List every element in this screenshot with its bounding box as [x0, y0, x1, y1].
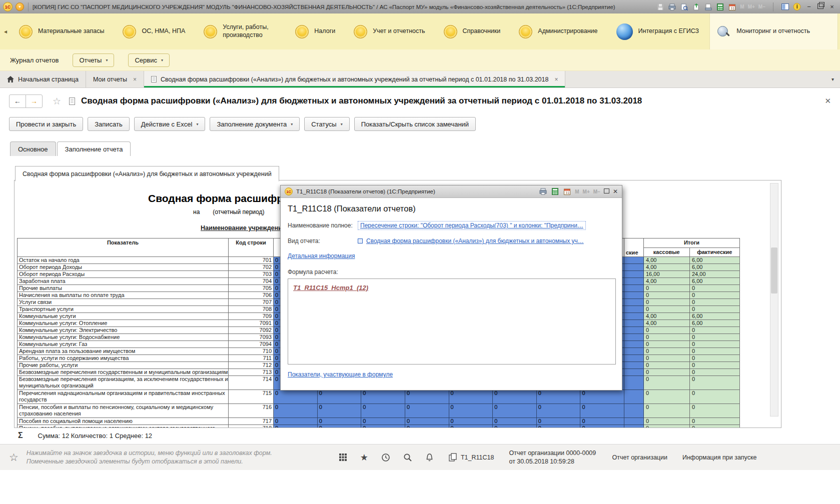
service-menu-button[interactable]: Сервис ▾	[128, 54, 170, 67]
tab-1[interactable]: Начальная страница	[0, 71, 86, 88]
full-name-link[interactable]: Пересечение строки: "Оборот периода Расх…	[358, 221, 586, 230]
cell-cash-total[interactable]: 0	[644, 341, 690, 348]
memory-plus-button[interactable]: M+	[583, 189, 590, 194]
startup-info-link[interactable]: Информация при запуске	[682, 454, 757, 461]
memory-minus-button[interactable]: M−	[758, 4, 765, 10]
cell-value[interactable]: 0	[274, 418, 318, 425]
calendar-icon[interactable]: 31	[728, 3, 736, 11]
cell-value[interactable]	[624, 425, 644, 428]
formula-participants-link[interactable]: Показатели, участвующие в формуле	[288, 371, 393, 378]
page-close-icon[interactable]: ✕	[824, 96, 831, 106]
dialog-close-button[interactable]: ✕	[613, 188, 618, 195]
cell-value[interactable]: 0	[580, 418, 624, 425]
formula-operand-link[interactable]: T1_R11C15_Нстр1_(12)	[293, 284, 368, 292]
cell-indicator[interactable]: Начисления на выплаты по оплате труда	[18, 292, 229, 299]
cell-value[interactable]	[624, 327, 644, 334]
cell-value[interactable]	[624, 306, 644, 313]
cell-value[interactable]: 0	[274, 390, 318, 404]
cell-indicator[interactable]: Услуги связи	[18, 299, 229, 306]
memory-minus-button[interactable]: M−	[593, 189, 600, 194]
cell-value[interactable]: 0	[580, 404, 624, 418]
cell-row-code[interactable]: 708	[229, 306, 274, 313]
ribbon-section-1[interactable]: Материальные запасы	[11, 14, 112, 50]
cell-value[interactable]	[624, 334, 644, 341]
tab-close-icon[interactable]: ×	[133, 76, 137, 83]
cell-value[interactable]: 0	[449, 404, 493, 418]
cell-cash-total[interactable]: 0	[644, 355, 690, 362]
cell-cash-total[interactable]: 0	[644, 334, 690, 341]
cell-value[interactable]: 0	[274, 404, 318, 418]
print-icon[interactable]	[668, 3, 676, 11]
cell-row-code[interactable]: 715	[229, 390, 274, 404]
cell-cash-total[interactable]: 0	[644, 327, 690, 334]
ribbon-scroll-left-icon[interactable]: ◂	[0, 14, 11, 50]
tab-2[interactable]: Мои отчеты×	[86, 71, 144, 88]
cell-indicator[interactable]: Транспортные услуги	[18, 306, 229, 313]
ribbon-section-4[interactable]: Налоги	[287, 14, 343, 50]
cell-cash-total[interactable]: 0	[644, 390, 690, 404]
cell-actual-total[interactable]: 0	[690, 348, 740, 355]
view-tab-1[interactable]: Основное	[10, 142, 56, 156]
cell-row-code[interactable]: 712	[229, 362, 274, 369]
cell-row-code[interactable]: 7094	[229, 341, 274, 348]
cell-cash-total[interactable]: 0	[644, 376, 690, 390]
toolbar-button-2[interactable]: Записать	[88, 117, 130, 131]
tab-close-icon[interactable]: ×	[554, 76, 558, 83]
cell-actual-total[interactable]: 6,00	[690, 320, 740, 327]
toolbar-button-5[interactable]: Статусы▾	[304, 117, 349, 131]
cell-row-code[interactable]: 703	[229, 271, 274, 278]
cell-cash-total[interactable]: 0	[644, 404, 690, 418]
cell-row-code[interactable]: 7093	[229, 334, 274, 341]
cell-value[interactable]: 0	[318, 404, 362, 418]
cell-value[interactable]: 0	[318, 418, 362, 425]
cell-value[interactable]: 0	[405, 418, 449, 425]
cell-value[interactable]	[624, 376, 644, 390]
cell-cash-total[interactable]: 0	[644, 292, 690, 299]
cell-row-code[interactable]: 716	[229, 404, 274, 418]
cell-row-code[interactable]: 7091	[229, 320, 274, 327]
cell-indicator[interactable]: Коммунальные услуги: Отопление	[18, 320, 229, 327]
cell-actual-total[interactable]: 0	[690, 341, 740, 348]
cell-indicator[interactable]: Арендная плата за пользование имуществом	[18, 348, 229, 355]
history-icon[interactable]	[381, 453, 390, 462]
toolbar-button-6[interactable]: Показать/Скрыть список замечаний	[354, 117, 476, 131]
cell-row-code[interactable]: 701	[229, 257, 274, 264]
cell-value[interactable]: 0	[361, 425, 405, 428]
cell-value[interactable]: 0	[449, 390, 493, 404]
cell-actual-total[interactable]: 0	[690, 355, 740, 362]
cell-value[interactable]: 0	[537, 418, 581, 425]
cell-cash-total[interactable]: 0	[644, 418, 690, 425]
cell-row-code[interactable]: 706	[229, 292, 274, 299]
column-header-indicator[interactable]: Показатель	[18, 238, 229, 257]
cell-cash-total[interactable]: 4,00	[644, 264, 690, 271]
memory-recall-button[interactable]: M	[740, 4, 744, 10]
report-vertical-scrollbar[interactable]	[770, 183, 778, 416]
cell-value[interactable]	[624, 418, 644, 425]
cell-indicator[interactable]: Остаток на начало года	[18, 257, 229, 264]
cell-indicator[interactable]: Работы, услуги по содержанию имущества	[18, 355, 229, 362]
cell-actual-total[interactable]: 0	[690, 376, 740, 390]
cell-indicator[interactable]: Коммунальные услуги	[18, 313, 229, 320]
cell-actual-total[interactable]: 0	[690, 369, 740, 376]
cell-actual-total[interactable]: 0	[690, 327, 740, 334]
cell-actual-total[interactable]: 0	[690, 285, 740, 292]
cell-value[interactable]	[624, 355, 644, 362]
cell-value[interactable]: 0	[580, 390, 624, 404]
cell-indicator[interactable]: Оборот периода Расходы	[18, 271, 229, 278]
restore-button[interactable]	[816, 3, 824, 10]
cell-value[interactable]: 0	[537, 425, 581, 428]
forward-button[interactable]: →	[26, 94, 43, 108]
ribbon-section-5[interactable]: Учет и отчетность	[346, 14, 433, 50]
cell-value[interactable]	[624, 362, 644, 369]
cell-value[interactable]	[624, 271, 644, 278]
cell-value[interactable]: 0	[449, 425, 493, 428]
history-item-report-org-date[interactable]: Отчет организации 0000-0009 от 30.05.201…	[509, 449, 597, 466]
main-menu-button[interactable]: ▾	[16, 2, 24, 11]
ribbon-section-9[interactable]: Мониторинг и отчетность	[709, 14, 838, 50]
reports-menu-button[interactable]: Отчеты ▾	[73, 54, 114, 67]
cell-value[interactable]: 0	[537, 404, 581, 418]
column-header-partial[interactable]: ские	[624, 238, 644, 257]
ribbon-section-2[interactable]: ОС, НМА, НПА	[115, 14, 193, 50]
ribbon-section-7[interactable]: Администрирование	[511, 14, 605, 50]
cell-value[interactable]	[624, 320, 644, 327]
